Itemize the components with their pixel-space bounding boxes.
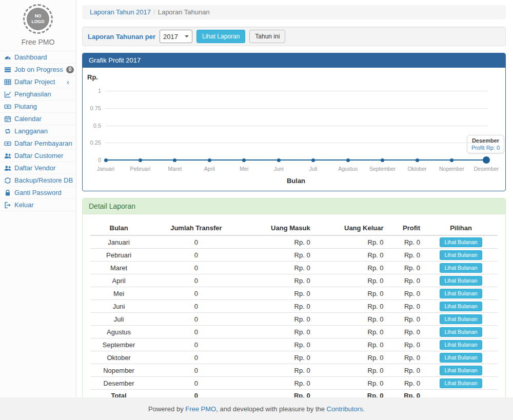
sidebar-item-ganti-password[interactable]: Ganti Password bbox=[0, 187, 76, 199]
no-logo-badge: NO LOGO bbox=[23, 4, 53, 34]
chart-gridline bbox=[105, 126, 488, 126]
chart-ytick: 0.75 bbox=[86, 105, 101, 111]
year-select-value: 2017 bbox=[163, 33, 178, 41]
view-monthly-button[interactable]: Lihat Bulanan bbox=[440, 366, 482, 375]
retweet-icon bbox=[4, 128, 11, 135]
chart-gridline bbox=[105, 143, 488, 143]
chart-point[interactable] bbox=[346, 158, 350, 162]
chart-point[interactable] bbox=[242, 158, 246, 162]
cell-uang-masuk: Rp. 0 bbox=[245, 338, 314, 351]
cell-uang-keluar: Rp. 0 bbox=[314, 326, 388, 338]
view-monthly-button[interactable]: Lihat Bulanan bbox=[440, 340, 482, 350]
chart-point[interactable] bbox=[139, 158, 142, 162]
footer-link-free-pmo[interactable]: Free PMO bbox=[185, 405, 216, 413]
detail-panel: Detail Laporan Bulan Jumlah Transfer Uan… bbox=[82, 198, 506, 409]
view-report-button[interactable]: Lihat Laporan bbox=[196, 30, 245, 43]
sidebar-item-keluar[interactable]: Keluar bbox=[0, 199, 76, 211]
cell-profit: Rp. 0 bbox=[388, 287, 424, 300]
cell-profit: Rp. 0 bbox=[388, 377, 424, 390]
cell-uang-keluar: Rp. 0 bbox=[314, 262, 388, 274]
lock-icon bbox=[4, 189, 11, 196]
chart-point[interactable] bbox=[104, 158, 108, 162]
table-row: Mei 0 Rp. 0 Rp. 0 Rp. 0 Lihat Bulanan bbox=[90, 287, 498, 300]
y-axis-label: Rp. bbox=[87, 73, 98, 81]
cell-bulan: Oktober bbox=[90, 351, 147, 364]
sidebar-item-dashboard[interactable]: Dashboard bbox=[0, 51, 76, 64]
footer-link-contributors[interactable]: Contributors. bbox=[327, 405, 365, 413]
chevron-left-icon: ‹ bbox=[67, 78, 69, 86]
sidebar-item-daftar-project[interactable]: Daftar Project ‹ bbox=[0, 76, 76, 88]
chart-point[interactable] bbox=[381, 158, 384, 162]
header-uang-masuk: Uang Masuk bbox=[245, 221, 314, 235]
view-monthly-button[interactable]: Lihat Bulanan bbox=[440, 237, 482, 247]
view-monthly-button[interactable]: Lihat Bulanan bbox=[440, 289, 482, 298]
detail-panel-title: Detail Laporan bbox=[83, 198, 505, 214]
cell-bulan: Januari bbox=[90, 235, 147, 249]
cell-bulan: September bbox=[90, 338, 147, 351]
cell-profit: Rp. 0 bbox=[388, 364, 424, 377]
cell-uang-keluar: Rp. 0 bbox=[314, 313, 388, 326]
cell-uang-masuk: Rp. 0 bbox=[245, 351, 314, 364]
table-row: Pebruari 0 Rp. 0 Rp. 0 Rp. 0 Lihat Bulan… bbox=[90, 249, 498, 262]
view-monthly-button[interactable]: Lihat Bulanan bbox=[440, 378, 482, 388]
cell-uang-masuk: Rp. 0 bbox=[245, 313, 314, 326]
chart-point[interactable] bbox=[277, 158, 281, 162]
cell-bulan: Nopember bbox=[90, 364, 147, 377]
chart-point[interactable] bbox=[311, 158, 315, 162]
cell-profit: Rp. 0 bbox=[388, 326, 424, 338]
profit-chart: Rp. Bulan Desember Profit Rp: 0 00.250.5… bbox=[83, 68, 505, 191]
this-year-button[interactable]: Tahun ini bbox=[249, 30, 285, 43]
cell-jumlah-transfer: 0 bbox=[147, 351, 245, 364]
view-monthly-button[interactable]: Lihat Bulanan bbox=[440, 276, 482, 286]
header-profit: Profit bbox=[388, 221, 424, 235]
chart-point[interactable] bbox=[450, 158, 453, 162]
sidebar-item-daftar-vendor[interactable]: Daftar Vendor bbox=[0, 162, 76, 174]
sidebar-item-label: Backup/Restore DB bbox=[14, 176, 73, 184]
cell-uang-masuk: Rp. 0 bbox=[245, 377, 314, 390]
year-select[interactable]: 2017 bbox=[160, 30, 192, 43]
breadcrumb-separator: / bbox=[153, 8, 155, 16]
view-monthly-button[interactable]: Lihat Bulanan bbox=[440, 263, 482, 273]
sidebar-item-label: Langganan bbox=[14, 127, 48, 135]
count-badge: 0 bbox=[66, 66, 74, 73]
sidebar-item-label: Job on Progress bbox=[14, 66, 63, 73]
table-icon bbox=[4, 78, 11, 86]
table-row: Desember 0 Rp. 0 Rp. 0 Rp. 0 Lihat Bulan… bbox=[90, 377, 498, 390]
sidebar-item-piutang[interactable]: Piutang bbox=[0, 101, 76, 113]
sidebar-item-calendar[interactable]: Calendar bbox=[0, 113, 76, 125]
cell-jumlah-transfer: 0 bbox=[147, 364, 245, 377]
sidebar-item-label: Penghasilan bbox=[14, 90, 51, 98]
sidebar-item-job-on-progress[interactable]: Job on Progress 0 bbox=[0, 64, 76, 76]
chart-point[interactable] bbox=[208, 158, 211, 162]
cell-pilihan: Lihat Bulanan bbox=[424, 338, 498, 351]
view-monthly-button[interactable]: Lihat Bulanan bbox=[440, 327, 482, 337]
dashboard-icon bbox=[4, 54, 11, 61]
sidebar-item-daftar-customer[interactable]: Daftar Customer bbox=[0, 150, 76, 162]
view-monthly-button[interactable]: Lihat Bulanan bbox=[440, 302, 482, 311]
report-table-body: Januari 0 Rp. 0 Rp. 0 Rp. 0 Lihat Bulana… bbox=[90, 235, 498, 390]
table-row: Maret 0 Rp. 0 Rp. 0 Rp. 0 Lihat Bulanan bbox=[90, 262, 498, 274]
sidebar-item-backup-restore-db[interactable]: Backup/Restore DB bbox=[0, 174, 76, 187]
cell-bulan: Juli bbox=[90, 313, 147, 326]
cell-uang-keluar: Rp. 0 bbox=[314, 377, 388, 390]
table-row: April 0 Rp. 0 Rp. 0 Rp. 0 Lihat Bulanan bbox=[90, 274, 498, 287]
year-filter-label: Laporan Tahunan per bbox=[88, 33, 155, 41]
view-monthly-button[interactable]: Lihat Bulanan bbox=[440, 250, 482, 260]
chart-point[interactable] bbox=[173, 158, 176, 162]
sidebar-item-label: Daftar Project bbox=[14, 78, 55, 86]
cell-uang-masuk: Rp. 0 bbox=[245, 364, 314, 377]
chart-point-active[interactable] bbox=[483, 156, 490, 164]
table-row: Nopember 0 Rp. 0 Rp. 0 Rp. 0 Lihat Bulan… bbox=[90, 364, 498, 377]
view-monthly-button[interactable]: Lihat Bulanan bbox=[440, 314, 482, 324]
cell-pilihan: Lihat Bulanan bbox=[424, 326, 498, 338]
table-row: September 0 Rp. 0 Rp. 0 Rp. 0 Lihat Bula… bbox=[90, 338, 498, 351]
chart-point[interactable] bbox=[416, 158, 419, 162]
breadcrumb-link-laporan-tahun[interactable]: Laporan Tahun 2017 bbox=[90, 8, 151, 16]
sidebar-item-daftar-pembayaran[interactable]: Daftar Pembayaran bbox=[0, 137, 76, 150]
cell-pilihan: Lihat Bulanan bbox=[424, 274, 498, 287]
view-monthly-button[interactable]: Lihat Bulanan bbox=[440, 353, 482, 363]
sidebar-item-langganan[interactable]: Langganan bbox=[0, 125, 76, 137]
money-icon bbox=[4, 140, 11, 147]
x-axis-label: Bulan bbox=[275, 177, 317, 185]
sidebar-item-penghasilan[interactable]: Penghasilan bbox=[0, 88, 76, 101]
